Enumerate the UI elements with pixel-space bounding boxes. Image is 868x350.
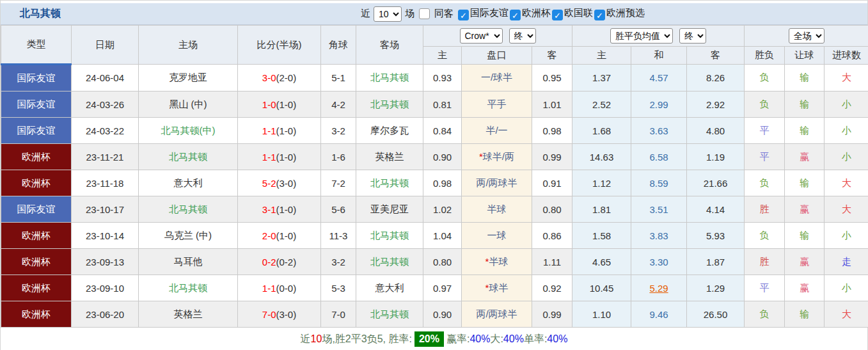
full-time-score: 1-1 (262, 152, 276, 163)
cell-avg-home: 1.37 (572, 65, 631, 91)
cell-away-team: 摩尔多瓦 (356, 118, 423, 144)
cell-corners: 5-3 (321, 275, 356, 301)
table-row: 国际友谊24-03-26黑山 (中)1-0(1-0)4-2北马其顿0.81平手1… (1, 91, 868, 118)
recent-count-select[interactable]: 10 (374, 6, 402, 22)
table-row: 欧洲杯23-11-18意大利5-2(3-0)7-2北马其顿0.98两/两球半0.… (1, 170, 868, 196)
summary-text: 单率: (524, 333, 547, 346)
full-time-score: 2-0 (262, 230, 276, 241)
subcol-avg-away: 客 (687, 47, 745, 65)
cell-away-odds: 0.98 (532, 118, 572, 144)
cell-avg-draw: 3.83 (631, 223, 687, 249)
cell-result-handicap: 输 (785, 223, 825, 249)
cell-date: 23-11-21 (72, 144, 139, 170)
odds-select-group: Crow* 终 (423, 26, 572, 47)
cell-home-team: 北马其顿 (139, 144, 238, 170)
summary-text: 大: (490, 333, 503, 346)
cell-away-odds: 0.80 (532, 196, 572, 223)
filter-label: 欧洲杯 (522, 7, 551, 18)
subcol-goals: 进球数 (825, 47, 868, 65)
subcol-handicap: 盘口 (462, 47, 532, 65)
filter-label: 欧洲预选 (606, 7, 645, 18)
cell-match-type: 欧洲杯 (1, 144, 72, 170)
cell-corners: 5-6 (321, 196, 356, 223)
cell-avg-draw: 3.30 (631, 249, 687, 275)
cell-away-team: 北马其顿 (356, 170, 423, 196)
same-away-checkbox[interactable] (419, 8, 430, 19)
cell-handicap: *球半 (462, 275, 532, 301)
cell-match-type: 国际友谊 (1, 91, 72, 118)
cell-result-goals: 走 (825, 249, 868, 275)
subcol-handicap-result: 让球 (785, 47, 825, 65)
odds-time-select-1[interactable]: 终 (509, 28, 536, 44)
full-time-score: 1-1 (262, 283, 276, 294)
odds-company-select[interactable]: Crow* (460, 28, 503, 44)
cell-away-team: 亚美尼亚 (356, 196, 423, 223)
cell-home-team: 克罗地亚 (139, 65, 238, 91)
half-time-score: (3-0) (276, 309, 297, 320)
summary-text: 40% (470, 333, 490, 345)
cell-result-wdl: 负 (745, 91, 785, 118)
cell-handicap: 一球 (462, 223, 532, 249)
avg-select-group: 胜平负均值 终 (572, 26, 745, 47)
half-time-score: (0-0) (276, 283, 297, 294)
summary-footer: 近10场,胜2平3负5, 胜率: 20% 赢率:40% 大:40% 单率:40% (1, 328, 867, 350)
cell-result-wdl: 负 (745, 301, 785, 328)
competition-filters: ✓国际友谊✓欧洲杯✓欧国联✓欧洲预选 (457, 7, 645, 20)
cell-away-odds: 1.01 (532, 91, 572, 118)
summary-text: 40% (547, 333, 567, 345)
cell-avg-away: 1.29 (687, 275, 745, 301)
cell-result-handicap: 输 (785, 118, 825, 144)
table-row: 欧洲杯23-09-13马耳他0-2(0-2)3-2北马其顿0.80*半球1.11… (1, 249, 868, 275)
cell-score: 1-0(1-0) (238, 91, 321, 118)
cell-away-team: 北马其顿 (356, 249, 423, 275)
cell-away-team: 意大利 (356, 275, 423, 301)
cell-match-type: 国际友谊 (1, 196, 72, 223)
cell-home-odds: 0.80 (423, 249, 462, 275)
filter-checkbox[interactable]: ✓ (510, 10, 521, 20)
full-match-select-group: 全场 (745, 26, 868, 47)
table-row: 欧洲杯23-11-21北马其顿1-1(1-0)1-6英格兰0.90*球半/两0.… (1, 144, 868, 170)
cell-result-goals: 大 (825, 65, 868, 91)
cell-result-goals: 大 (825, 301, 868, 328)
odds-time-select-2[interactable]: 终 (679, 28, 706, 44)
cell-home-odds: 0.81 (423, 91, 462, 118)
cell-home-team: 马耳他 (139, 249, 238, 275)
cell-handicap: 半/一 (462, 118, 532, 144)
cell-avg-away: 1.87 (687, 249, 745, 275)
cell-away-team: 北马其顿 (356, 65, 423, 91)
cell-avg-away: 1.19 (687, 144, 745, 170)
cell-avg-draw: 4.57 (631, 65, 687, 91)
cell-result-goals: 小 (825, 144, 868, 170)
cell-corners: 5-1 (321, 65, 356, 91)
summary-text: 场,胜2平3负5, 胜率: (322, 333, 411, 346)
cell-home-odds: 1.04 (423, 223, 462, 249)
filter-checkbox[interactable]: ✓ (458, 10, 469, 20)
cell-corners: 3-2 (321, 249, 356, 275)
cell-result-goals: 小 (825, 118, 868, 144)
filter-checkbox[interactable]: ✓ (552, 10, 563, 20)
cell-avg-home: 4.65 (572, 249, 631, 275)
cell-match-type: 国际友谊 (1, 118, 72, 144)
full-time-score: 1-1 (262, 125, 276, 136)
table-row: 欧洲杯23-10-14乌克兰 (中)2-0(1-0)11-3北马其顿1.04一球… (1, 223, 868, 249)
table-row: 欧洲杯23-06-20英格兰7-0(3-0)7-0北马其顿0.90两/两球半0.… (1, 301, 868, 328)
cell-result-goals: 大 (825, 170, 868, 196)
cell-date: 24-06-04 (72, 65, 139, 91)
cell-score: 7-0(3-0) (238, 301, 321, 328)
avg-odds-select[interactable]: 胜平负均值 (610, 28, 673, 44)
cell-avg-home: 1.81 (572, 196, 631, 223)
col-header-home: 主场 (139, 26, 238, 65)
cell-corners: 1-6 (321, 144, 356, 170)
full-time-score: 3-1 (262, 204, 276, 215)
col-header-date: 日期 (72, 26, 139, 65)
col-header-away: 客场 (356, 26, 423, 65)
cell-home-team: 北马其顿 (139, 196, 238, 223)
full-match-select[interactable]: 全场 (789, 28, 825, 44)
filter-checkbox[interactable]: ✓ (594, 10, 605, 20)
cell-date: 23-06-20 (72, 301, 139, 328)
team-title: 北马其顿 (1, 7, 61, 20)
cell-result-wdl: 平 (745, 118, 785, 144)
full-time-score: 1-0 (262, 99, 276, 110)
cell-avg-draw: 9.46 (631, 301, 687, 328)
cell-match-type: 欧洲杯 (1, 301, 72, 328)
